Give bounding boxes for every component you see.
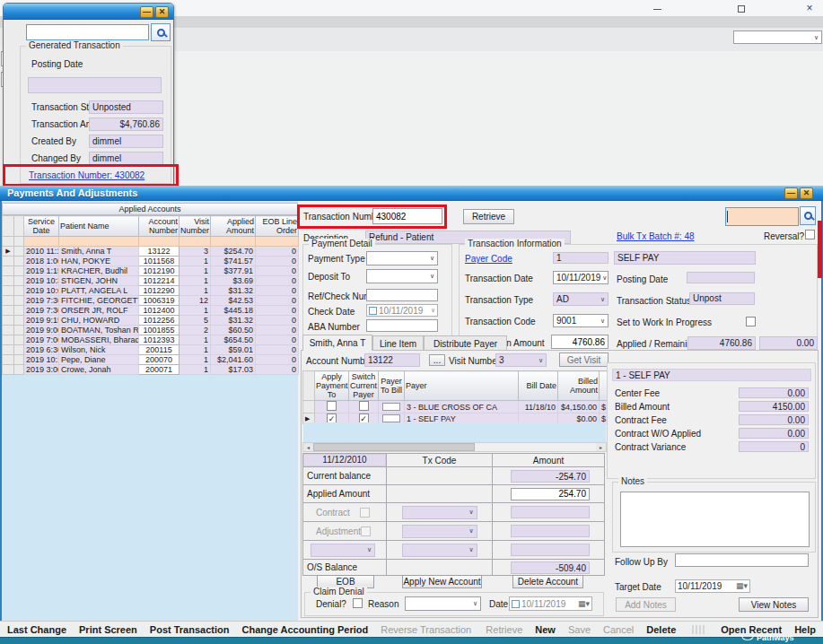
date-enable-checkbox[interactable] — [369, 307, 377, 315]
minimize-icon[interactable] — [650, 4, 664, 14]
column-header[interactable]: Apply Payment To — [315, 371, 349, 401]
contract-code-dropdown[interactable]: ∨ — [402, 506, 477, 519]
search-button[interactable] — [800, 206, 816, 225]
account-lookup-button[interactable]: ... — [429, 354, 445, 366]
scroll-right-icon[interactable]: ▸ — [596, 443, 606, 451]
transaction-number-link[interactable]: Transaction Number: 430082 — [29, 170, 144, 180]
visit-number-dropdown[interactable]: 3∨ — [495, 353, 547, 367]
filter-cell[interactable] — [256, 237, 299, 247]
horizontal-scrollbar[interactable]: ◂ ▸ — [302, 442, 607, 452]
reversal-checkbox[interactable] — [805, 230, 815, 239]
column-header[interactable]: Switch Current Payer — [349, 371, 379, 401]
applied-account-row[interactable]: 2019 1:15:0(KRACHER, Budhil10121901$377.… — [3, 266, 299, 276]
work-in-progress-checkbox[interactable] — [746, 317, 756, 326]
filter-cell[interactable] — [24, 237, 59, 247]
bulk-tx-batch-link[interactable]: Bulk Tx Batch #: 48 — [617, 231, 695, 241]
close-icon[interactable]: ✕ — [800, 187, 813, 199]
applied-account-row[interactable]: 2019 9:15:0(CHU, HOWARD10122565$31.320 — [3, 316, 299, 326]
restore-icon[interactable] — [734, 4, 749, 14]
status-bar-item[interactable]: Last Change — [7, 624, 66, 635]
column-header[interactable]: Visit Number — [179, 216, 211, 237]
target-date-picker[interactable]: 10/11/2019▦▾ — [675, 579, 750, 593]
applied-account-row[interactable]: 2019 7:30:0FITCHIE, GEORGETTE100631912$4… — [3, 296, 299, 306]
search-input[interactable] — [26, 24, 149, 40]
filter-cell[interactable] — [139, 237, 179, 247]
apply-payment-checkbox[interactable] — [327, 401, 337, 411]
aba-number-input[interactable] — [366, 319, 438, 332]
transaction-number-input[interactable] — [372, 208, 442, 224]
view-notes-button[interactable]: View Notes — [739, 597, 809, 612]
get-visit-button[interactable]: Get Visit — [559, 352, 608, 367]
search-button[interactable] — [151, 23, 171, 41]
tab-distribute-payer[interactable]: Distribute Payer — [424, 335, 507, 351]
status-bar-item[interactable]: Delete — [646, 624, 676, 635]
applied-account-row[interactable]: 2019 3:00:0Crowe, Jonah2000711$17.030 — [3, 365, 299, 375]
applied-account-row[interactable]: 2018 1:00:0HAN, POKYE10115681$741.570 — [3, 257, 299, 266]
column-header[interactable]: EOB Line Order — [256, 216, 299, 237]
payer-to-bill-cell[interactable] — [379, 401, 405, 413]
switch-payer-checkbox[interactable] — [359, 401, 369, 411]
applied-account-row[interactable]: 2019 9:00:0(BOATMAN, Toshan R10018552$60… — [3, 326, 299, 335]
adjustment-code-dropdown[interactable]: ∨ — [402, 525, 477, 538]
quick-search-input[interactable] — [725, 207, 799, 226]
transaction-date-picker[interactable]: 10/11/2019∨ — [553, 271, 608, 284]
applied-account-row[interactable]: 2019 6:30:0(Wilson, Nick2001151$59.010 — [3, 345, 299, 355]
payer-row[interactable]: 3 - BLUE CROSS OF CA11/18/10$4,150.00$ — [303, 401, 608, 413]
column-header[interactable]: Billed Amount — [558, 371, 600, 401]
close-icon[interactable]: ✕ — [155, 6, 169, 18]
follow-up-input[interactable] — [675, 553, 809, 567]
status-bar-item[interactable]: Help — [794, 624, 816, 635]
apply-payment-cell[interactable] — [315, 401, 349, 413]
switch-payer-cell[interactable] — [349, 401, 379, 413]
applied-account-row[interactable]: 2019 10:30:(STIGEN, JOHN10122141$3.690 — [3, 276, 299, 286]
denial-date-picker[interactable]: 10/11/2019▦▾ — [509, 596, 592, 611]
top-dropdown[interactable]: ∨ — [733, 30, 822, 44]
account-number-field[interactable]: 13122 — [364, 353, 420, 367]
payment-type-dropdown[interactable]: ∨ — [366, 251, 438, 265]
extra-type-dropdown[interactable]: ∨ — [311, 544, 375, 557]
denial-reason-dropdown[interactable]: ∨ — [405, 596, 481, 611]
filter-cell[interactable] — [179, 237, 211, 247]
filter-cell[interactable] — [211, 237, 256, 247]
applied-account-row[interactable]: 2019 7:30:0ORSER JR, ROLF10124001$445.18… — [3, 306, 299, 316]
tab-line-item[interactable]: Line Item — [372, 335, 424, 351]
ref-check-number-input[interactable] — [366, 289, 438, 301]
column-header[interactable]: Payer — [405, 371, 519, 401]
delete-account-button[interactable]: Delete Account — [512, 575, 583, 588]
scrollbar-thumb[interactable] — [313, 443, 475, 451]
tab-patient[interactable]: Smith, Anna T — [302, 335, 372, 351]
applied-account-row[interactable]: 2019 10:00:(PLATT, ANGELA L10122901$31.3… — [3, 286, 299, 296]
deposit-to-dropdown[interactable]: ∨ — [366, 269, 438, 283]
status-bar-item[interactable]: New — [535, 624, 556, 635]
applied-amount-input[interactable] — [511, 488, 590, 500]
close-icon[interactable]: × — [802, 3, 817, 13]
column-header[interactable]: Patient Name — [59, 216, 139, 237]
transaction-amount-input[interactable] — [551, 335, 608, 349]
filter-cell[interactable] — [59, 237, 139, 247]
posting-date-field[interactable] — [28, 77, 162, 93]
contract-checkbox[interactable] — [360, 508, 370, 518]
minimize-icon[interactable]: — — [140, 6, 153, 18]
column-header[interactable]: Bill Date — [519, 371, 558, 401]
transaction-code-dropdown[interactable]: 9001∨ — [553, 314, 608, 327]
applied-account-row[interactable]: 2019 7:00:0MOBASSERI, Bharadwa10123931$6… — [3, 335, 299, 345]
status-bar-item[interactable]: Change Accounting Period — [241, 624, 368, 635]
retrieve-button[interactable]: Retrieve — [463, 209, 514, 224]
applied-account-row[interactable]: ▶2010 11:15:Smith, Anna T131223$254.700 — [3, 247, 299, 257]
status-bar-item[interactable]: Print Screen — [79, 624, 137, 635]
denial-checkbox[interactable] — [353, 598, 363, 608]
adjustment-checkbox[interactable] — [361, 527, 371, 536]
add-notes-button[interactable]: Add Notes — [616, 597, 676, 612]
apply-new-account-button[interactable]: Apply New Account — [402, 575, 482, 588]
minimize-icon[interactable]: — — [784, 187, 798, 199]
check-date-picker[interactable]: 10/11/2019∨ — [366, 304, 438, 317]
transaction-type-dropdown[interactable]: AD∨ — [553, 292, 608, 306]
extra-code-dropdown[interactable]: ∨ — [402, 544, 477, 557]
scroll-left-icon[interactable]: ◂ — [303, 443, 313, 451]
column-header[interactable]: Service Date — [24, 216, 59, 237]
status-bar-item[interactable]: Post Transaction — [150, 624, 230, 635]
notes-textarea[interactable] — [620, 492, 810, 547]
applied-account-row[interactable]: 2019 10:15:(Pepe, Diane2000701$2,041.600 — [3, 355, 299, 365]
payer-code-link[interactable]: Payer Code — [465, 254, 512, 264]
column-header[interactable]: Applied Amount — [211, 216, 256, 237]
